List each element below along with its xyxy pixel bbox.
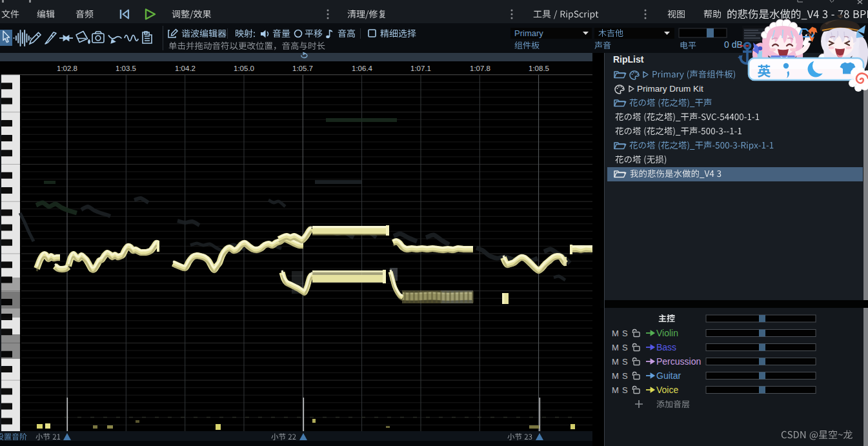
svg-text:Percussion: Percussion bbox=[656, 356, 701, 367]
svg-text:M: M bbox=[612, 385, 619, 395]
svg-text:S: S bbox=[622, 343, 628, 352]
svg-text:Violin: Violin bbox=[656, 328, 678, 338]
svg-text:1:07.8: 1:07.8 bbox=[470, 65, 490, 72]
svg-text:1:02.8: 1:02.8 bbox=[57, 65, 77, 72]
svg-text:RipList: RipList bbox=[613, 54, 644, 65]
svg-text:M: M bbox=[612, 357, 619, 367]
svg-text:M: M bbox=[612, 343, 619, 352]
svg-text:1:04.2: 1:04.2 bbox=[175, 65, 196, 72]
svg-text:1:03.5: 1:03.5 bbox=[116, 65, 136, 72]
svg-text:Bass: Bass bbox=[656, 342, 676, 352]
svg-text:1:05.0: 1:05.0 bbox=[234, 65, 254, 72]
svg-text:1:08.5: 1:08.5 bbox=[529, 65, 549, 72]
svg-text:Primary: Primary bbox=[514, 28, 543, 38]
svg-text:1:05.7: 1:05.7 bbox=[292, 65, 313, 72]
svg-text:Voice: Voice bbox=[656, 385, 678, 395]
svg-text:S: S bbox=[622, 371, 628, 381]
svg-text:1:06.4: 1:06.4 bbox=[352, 65, 373, 72]
svg-text:S: S bbox=[622, 385, 628, 395]
svg-text:Primary Drum Kit: Primary Drum Kit bbox=[637, 84, 703, 94]
svg-text:Guitar: Guitar bbox=[656, 370, 681, 381]
svg-text:M: M bbox=[612, 371, 619, 381]
svg-text:1:07.1: 1:07.1 bbox=[410, 65, 431, 72]
svg-text:S: S bbox=[622, 329, 628, 338]
svg-text:S: S bbox=[622, 357, 628, 367]
svg-text:M: M bbox=[612, 329, 619, 338]
